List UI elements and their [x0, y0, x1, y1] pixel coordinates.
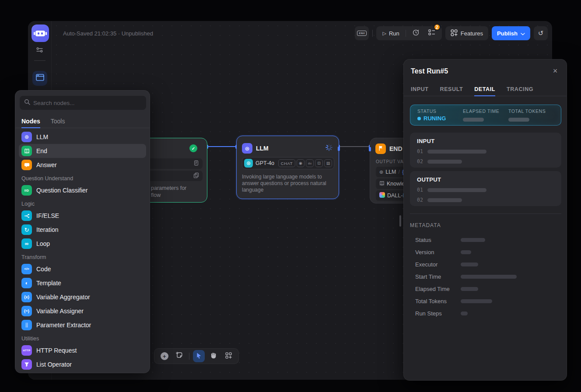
metadata-label: Executor: [410, 261, 461, 268]
hand-mode-button[interactable]: [207, 350, 220, 362]
run-history-button[interactable]: [410, 28, 422, 39]
panel-toggle-button[interactable]: [32, 71, 47, 86]
run-panel-title: Test Run#5: [411, 67, 448, 75]
variable-aggregator-icon: {x}: [21, 292, 32, 302]
toolbar-divider: [372, 30, 373, 37]
node-item-loop[interactable]: ∞Loop: [19, 237, 146, 251]
duplicate-icon[interactable]: [193, 172, 199, 180]
node-item-variable-aggregator[interactable]: {x}Variable Aggregator: [19, 290, 146, 304]
row-index: 01: [417, 148, 423, 154]
plus-circle-icon: +: [161, 352, 168, 360]
metadata-label: Status: [410, 237, 461, 243]
node-item-label: Code: [36, 266, 51, 273]
toolbar-divider: [406, 30, 406, 37]
output-rows: 0102: [417, 187, 554, 203]
vision-icon: ◉: [297, 159, 304, 167]
node-search-panel: NodesTools ⊛LLMEndAnswerQuestion Underst…: [15, 90, 150, 373]
metadata-label: Elapsed Time: [410, 286, 461, 292]
metadata-label: Start Time: [410, 273, 461, 280]
node-group-title: Utilities: [19, 332, 146, 343]
note-icon: [176, 352, 183, 360]
answer-icon: [21, 160, 32, 170]
metadata-row: Executor: [410, 258, 561, 270]
checklist-icon: [428, 29, 435, 37]
publish-button[interactable]: Publish: [492, 26, 530, 40]
node-item-list-operator[interactable]: List Operator: [19, 357, 146, 370]
end-node-title: END: [389, 145, 402, 152]
metadata-label: Version: [410, 249, 461, 256]
checklist-button[interactable]: 2: [426, 28, 438, 39]
env-variables-button[interactable]: ENV: [355, 26, 369, 40]
node-item-end[interactable]: End: [19, 144, 146, 158]
checklist-count-badge: 2: [434, 24, 441, 31]
llm-icon: ⊛: [379, 169, 383, 175]
pointer-mode-button[interactable]: [193, 350, 205, 362]
canvas-scrollbar-handle[interactable]: [399, 215, 401, 227]
output-card-title: OUTPUT: [417, 176, 554, 183]
loop-icon: ∞: [21, 238, 32, 249]
node-group-title: Logic: [19, 197, 146, 209]
sliders-icon[interactable]: [36, 46, 43, 52]
search-icon: [24, 99, 30, 107]
panel-divider: [410, 214, 561, 214]
features-button[interactable]: Features: [445, 26, 488, 40]
llm-output-port[interactable]: [338, 147, 340, 151]
version-history-button[interactable]: ↺: [534, 26, 548, 40]
hand-icon: [210, 352, 217, 360]
llm-model-selector[interactable]: ⊛ GPT-4o CHAT◉ılıı⊡▤: [242, 157, 334, 169]
tab-detail[interactable]: DETAIL: [474, 82, 495, 96]
input-card: INPUT 0102: [410, 133, 561, 168]
llm-model-name: GPT-4o: [256, 160, 274, 166]
if-else-icon: [21, 210, 32, 221]
node-item-variable-assigner[interactable]: {=}Variable Assigner: [19, 304, 146, 318]
document-icon: ▤: [324, 159, 332, 167]
node-item-label: Loop: [36, 240, 50, 247]
input-card-title: INPUT: [417, 138, 554, 144]
node-item-question-classifier[interactable]: IIDQuestion Classifier: [19, 183, 146, 197]
add-node-button[interactable]: +: [158, 350, 171, 362]
run-button-group: ▷ Run 2: [376, 26, 441, 40]
run-status-card: STATUSRUNINGELAPSED TIMETOTAL TOKENS: [410, 105, 561, 126]
llm-node[interactable]: ⊛ LLM ⊛ GPT-4o CHAT◉ılıı⊡▤ Invoking larg…: [236, 136, 339, 199]
copy-icon[interactable]: [193, 160, 199, 168]
skeleton-bar: [427, 160, 462, 164]
search-input[interactable]: [33, 100, 142, 106]
http-request-icon: HTTP: [21, 345, 32, 356]
node-group-title: Transform: [19, 251, 146, 262]
metadata-label: Run Steps: [410, 310, 461, 317]
node-item-if-else[interactable]: IF/ELSE: [19, 209, 146, 223]
node-item-label: Parameter Extractor: [36, 322, 91, 329]
video-icon: ⊡: [315, 159, 323, 167]
metadata-row: Status: [410, 234, 561, 246]
parameter-extractor-icon: ⣿: [21, 320, 32, 330]
node-item-code[interactable]: </>Code: [19, 262, 146, 276]
tab-input[interactable]: INPUT: [411, 82, 429, 96]
node-item-answer[interactable]: Answer: [19, 158, 146, 172]
node-item-llm[interactable]: ⊛LLM: [19, 130, 146, 144]
skeleton-bar: [461, 250, 471, 254]
app-logo[interactable]: [32, 24, 49, 42]
node-item-parameter-extractor[interactable]: ⣿Parameter Extractor: [19, 318, 146, 332]
tab-nodes[interactable]: Nodes: [21, 114, 40, 128]
end-input-port[interactable]: [369, 147, 371, 151]
node-panel-tabs: NodesTools: [15, 114, 150, 128]
node-item-http-request[interactable]: HTTPHTTP Request: [19, 343, 146, 357]
code-icon: </>: [21, 264, 32, 274]
organize-nodes-button[interactable]: [222, 350, 234, 362]
node-item-template[interactable]: ◐Template: [19, 276, 146, 290]
tab-result[interactable]: RESULT: [440, 82, 463, 96]
add-note-button[interactable]: [173, 350, 186, 362]
close-icon[interactable]: ×: [550, 66, 560, 76]
llm-node-description: Invoking large language models to answer…: [242, 174, 334, 193]
run-button[interactable]: ▷ Run: [381, 30, 401, 37]
list-operator-icon: [21, 359, 32, 370]
iteration-icon: ↻: [21, 224, 32, 235]
node-item-label: HTTP Request: [36, 347, 77, 354]
node-item-label: IF/ELSE: [36, 212, 59, 219]
metadata-row: Version: [410, 246, 561, 258]
tab-tracing[interactable]: TRACING: [507, 82, 533, 96]
skeleton-bar: [461, 299, 492, 303]
node-item-iteration[interactable]: ↻Iteration: [19, 223, 146, 237]
llm-node-title: LLM: [256, 145, 269, 152]
tab-tools[interactable]: Tools: [51, 114, 65, 128]
